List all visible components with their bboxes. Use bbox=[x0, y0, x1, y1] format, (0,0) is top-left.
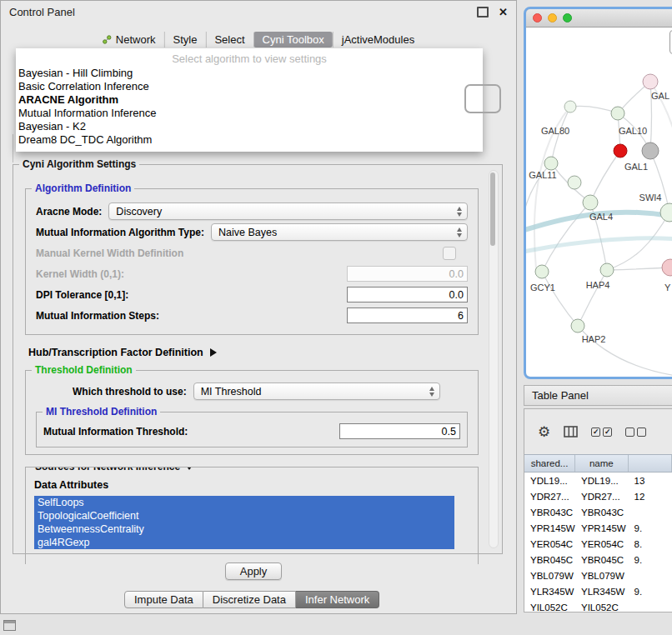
network-node-pink-right[interactable] bbox=[662, 259, 672, 276]
network-edge[interactable] bbox=[570, 106, 618, 113]
network-node-gray[interactable] bbox=[642, 142, 659, 159]
minimize-traffic-light[interactable] bbox=[548, 13, 557, 22]
algorithm-option-dream8-dc-tdc-algorithm[interactable]: Dream8 DC_TDC Algorithm bbox=[16, 133, 483, 147]
aracne-mode-select[interactable]: Discovery bbox=[108, 202, 468, 220]
threshold-definition-group: Threshold Definition Which threshold to … bbox=[25, 370, 479, 455]
table-cell: YIL052C bbox=[575, 602, 629, 612]
network-node-gal80[interactable] bbox=[564, 101, 576, 112]
hidden-groupbox-edge bbox=[13, 134, 13, 162]
scrollbar-thumb[interactable] bbox=[490, 172, 495, 246]
window-title: Control Panel bbox=[9, 6, 477, 18]
table-header-shared[interactable]: shared... bbox=[524, 455, 575, 472]
network-edge[interactable] bbox=[590, 151, 620, 202]
network-edge[interactable] bbox=[607, 268, 670, 270]
network-node-hap4[interactable] bbox=[600, 263, 614, 277]
tab-label: Select bbox=[214, 33, 244, 46]
algorithm-option-basic-correlation-inference[interactable]: Basic Correlation Inference bbox=[16, 80, 483, 93]
network-node-red[interactable] bbox=[614, 144, 627, 158]
table-cell: YPR145W bbox=[575, 523, 629, 533]
deselect-all-checkbox-icon[interactable] bbox=[625, 428, 646, 437]
algorithm-option-bayesian-hill-climbing[interactable]: Bayesian - Hill Climbing bbox=[16, 67, 483, 80]
table-cell: 13 bbox=[629, 476, 672, 486]
attribute-item-topologicalcoefficient[interactable]: TopologicalCoefficient bbox=[34, 509, 454, 522]
close-icon[interactable]: ✕ bbox=[499, 7, 508, 18]
table-row[interactable]: YDR27...YDR27...12 bbox=[524, 488, 672, 504]
hidden-button-outline bbox=[464, 84, 501, 113]
table-cell: YLR345W bbox=[575, 587, 629, 597]
sources-group: Sources for Network Inference Data Attri… bbox=[25, 467, 479, 564]
cyni-algorithm-settings-group: Cyni Algorithm Settings Algorithm Defini… bbox=[13, 164, 503, 554]
attribute-item-gal4rgexp[interactable]: gal4RGexp bbox=[34, 536, 454, 549]
table-row[interactable]: YBR043CYBR043C bbox=[524, 504, 672, 520]
table-cell: YDR27... bbox=[524, 492, 575, 502]
network-node-swi4[interactable] bbox=[660, 203, 672, 222]
select-all-checkbox-icon[interactable]: ✓✓ bbox=[591, 428, 612, 437]
attribute-list[interactable]: SelfLoopsTopologicalCoefficientBetweenne… bbox=[34, 496, 454, 549]
table-row[interactable]: YDL19...YDL19...13 bbox=[524, 472, 672, 488]
dpi-tolerance-field[interactable] bbox=[347, 287, 468, 302]
algorithm-option-mutual-information-inference[interactable]: Mutual Information Inference bbox=[16, 107, 483, 120]
network-edge[interactable] bbox=[578, 326, 672, 376]
table-panel-window: ⚙ ✓✓ shared...name YDL19...YDL19...13YDR… bbox=[524, 408, 672, 612]
network-edge[interactable] bbox=[578, 270, 607, 326]
network-edge[interactable] bbox=[650, 151, 669, 212]
panel-dock-icon[interactable] bbox=[3, 620, 16, 631]
kernel-width-label: Kernel Width (0,1): bbox=[36, 268, 124, 280]
network-edge[interactable] bbox=[542, 272, 578, 326]
mi-threshold-field[interactable] bbox=[339, 423, 460, 439]
table-row[interactable]: YER054CYER054C8. bbox=[524, 536, 672, 552]
tab-cyni-toolbox[interactable]: Cyni Toolbox bbox=[253, 32, 333, 48]
hub-definition-toggle[interactable]: Hub/Transcription Factor Definition bbox=[28, 345, 479, 360]
mi-type-select[interactable]: Naive Bayes bbox=[211, 223, 468, 241]
bottom-tab-impute-data[interactable]: Impute Data bbox=[124, 591, 203, 608]
node-label: GAL11 bbox=[529, 170, 556, 180]
table-row[interactable]: YBL079WYBL079W bbox=[524, 568, 672, 583]
tab-label: jActiveModules bbox=[342, 33, 414, 46]
tab-style[interactable]: Style bbox=[164, 32, 206, 48]
table-cell: 12 bbox=[629, 492, 672, 502]
table-row[interactable]: YIL052CYIL052C bbox=[524, 599, 672, 612]
manual-kernel-checkbox[interactable] bbox=[443, 247, 456, 260]
network-node-gal4[interactable] bbox=[583, 195, 598, 210]
table-cell: YBR043C bbox=[524, 508, 575, 518]
network-window-titlebar bbox=[526, 9, 672, 28]
network-node-hap2[interactable] bbox=[571, 319, 584, 332]
mi-steps-field[interactable] bbox=[347, 308, 468, 323]
settings-gear-icon[interactable]: ⚙ bbox=[538, 425, 550, 439]
algorithm-dropdown-popup: Select algorithm to view settings Bayesi… bbox=[16, 48, 483, 152]
algorithm-option-aracne-algorithm[interactable]: ARACNE Algorithm bbox=[16, 93, 483, 107]
kernel-width-field[interactable] bbox=[347, 266, 468, 282]
algorithm-definition-title: Algorithm Definition bbox=[32, 182, 134, 195]
network-node-pink[interactable] bbox=[643, 74, 658, 89]
settings-scrollbar[interactable] bbox=[489, 170, 499, 548]
network-node-gal11[interactable] bbox=[544, 157, 558, 170]
close-traffic-light[interactable] bbox=[533, 13, 542, 22]
attribute-item-selfloops[interactable]: SelfLoops bbox=[34, 496, 454, 509]
table-row[interactable]: YLR345WYLR345W9. bbox=[524, 583, 672, 599]
tab-jactivemodules[interactable]: jActiveModules bbox=[333, 32, 423, 48]
network-canvas[interactable]: GAL GAL80 GAL10 GAL11 GAL1 SWI4 GAL4 GCY… bbox=[526, 28, 672, 378]
apply-button[interactable]: Apply bbox=[225, 562, 282, 580]
sources-group-title[interactable]: Sources for Network Inference bbox=[32, 467, 197, 473]
tab-label: Network bbox=[116, 33, 156, 46]
bottom-tab-infer-network[interactable]: Infer Network bbox=[296, 591, 379, 608]
table-row[interactable]: YBR045CYBR045C9. bbox=[524, 552, 672, 568]
table-row[interactable]: YPR145WYPR145W9. bbox=[524, 520, 672, 536]
bottom-tab-discretize-data[interactable]: Discretize Data bbox=[203, 591, 296, 608]
network-node-green[interactable] bbox=[568, 176, 581, 189]
which-threshold-select[interactable]: MI Threshold bbox=[193, 382, 440, 400]
table-header-name[interactable]: name bbox=[575, 455, 629, 472]
table-header-col3[interactable] bbox=[629, 455, 672, 472]
network-node-gcy1[interactable] bbox=[535, 265, 549, 278]
tab-network[interactable]: Network bbox=[94, 32, 164, 48]
float-window-icon[interactable] bbox=[477, 7, 489, 18]
hub-definition-label: Hub/Transcription Factor Definition bbox=[28, 347, 203, 358]
attribute-item-betweennesscentrality[interactable]: BetweennessCentrality bbox=[34, 522, 454, 536]
algorithm-definition-group: Algorithm Definition Aracne Mode: Discov… bbox=[25, 188, 479, 335]
zoom-traffic-light[interactable] bbox=[563, 13, 572, 22]
algorithm-option-bayesian-k2[interactable]: Bayesian - K2 bbox=[16, 120, 483, 133]
column-browser-icon[interactable] bbox=[564, 426, 578, 438]
network-node-gal10[interactable] bbox=[611, 107, 624, 120]
tab-select[interactable]: Select bbox=[205, 32, 253, 48]
network-edge[interactable] bbox=[542, 202, 590, 272]
